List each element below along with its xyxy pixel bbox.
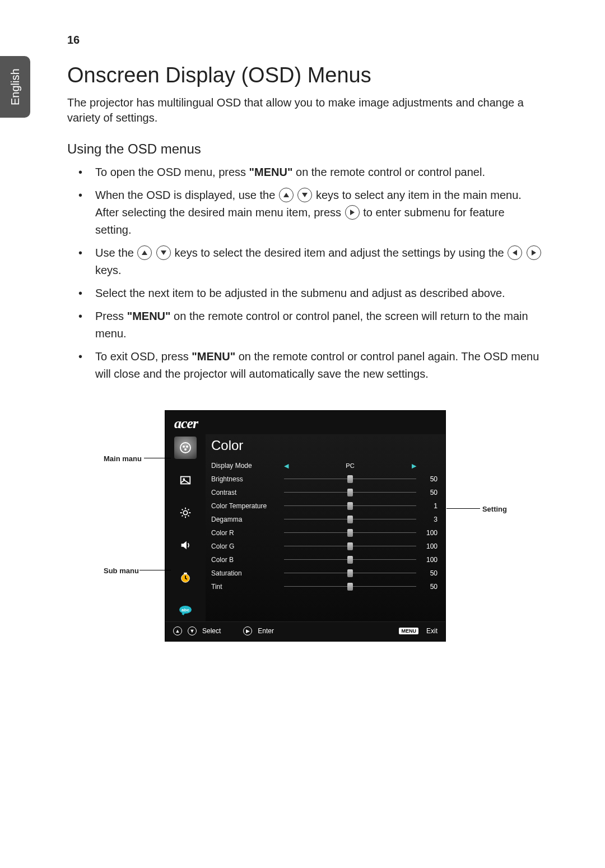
osd-slider[interactable] <box>284 477 416 481</box>
osd-setting-row[interactable]: Tint50 <box>211 580 438 593</box>
osd-setting-row[interactable]: Color Temperature1 <box>211 499 438 513</box>
osd-slider[interactable] <box>284 558 416 561</box>
osd-setting-label: Color G <box>211 542 284 550</box>
osd-figure: Main manu Sub manu Setting acer <box>67 411 543 641</box>
osd-setting-value: 50 <box>416 475 438 483</box>
osd-footer: ▲ ▼ Select ▶ Enter MENU Exit <box>165 621 445 641</box>
osd-title: Color <box>211 438 438 453</box>
osd-slider[interactable] <box>284 545 416 548</box>
osd-setting-value: 100 <box>416 542 438 550</box>
menu-image-icon[interactable] <box>174 469 197 491</box>
osd-setting-row[interactable]: Color R100 <box>211 526 438 540</box>
svg-point-2 <box>186 445 188 448</box>
menu-audio-icon[interactable] <box>174 534 197 556</box>
osd-setting-value: 1 <box>416 502 438 510</box>
svg-point-0 <box>180 443 190 453</box>
osd-setting-value: 3 <box>416 516 438 523</box>
osd-setting-label: Brightness <box>211 475 284 483</box>
osd-logo: acer <box>165 411 445 434</box>
svg-rect-8 <box>184 573 187 574</box>
up-down-icon: ▲ <box>173 626 182 635</box>
menu-color-icon[interactable] <box>174 437 197 459</box>
subheading: Using the OSD menus <box>67 141 543 157</box>
menu-management-icon[interactable] <box>174 502 197 524</box>
osd-setting-label: Degamma <box>211 516 284 523</box>
osd-select[interactable]: ◀PC▶ <box>284 462 416 470</box>
left-key-icon <box>508 245 522 260</box>
up-down-icon: ▼ <box>188 626 197 635</box>
page-number: 16 <box>67 34 543 47</box>
osd-slider[interactable] <box>284 572 416 575</box>
osd-setting-label: Saturation <box>211 569 284 577</box>
list-item: Use the keys to select the desired item … <box>78 244 543 279</box>
svg-point-1 <box>183 445 185 448</box>
list-item: To exit OSD, press "MENU" on the remote … <box>78 348 543 383</box>
list-item: When the OSD is displayed, use the keys … <box>78 187 543 239</box>
osd-setting-label: Contrast <box>211 489 284 496</box>
osd-setting-label: Color R <box>211 529 284 537</box>
down-key-icon <box>156 245 171 260</box>
osd-setting-row[interactable]: Contrast50 <box>211 486 438 499</box>
osd-setting-row[interactable]: Color B100 <box>211 553 438 567</box>
osd-main-menu: abc <box>165 434 206 621</box>
osd-setting-value: 50 <box>416 583 438 591</box>
svg-text:abc: abc <box>182 607 189 612</box>
instruction-list: To open the OSD menu, press "MENU" on th… <box>67 164 543 383</box>
osd-setting-label: Color B <box>211 556 284 564</box>
language-tab: English <box>0 56 30 118</box>
svg-point-6 <box>183 510 187 514</box>
osd-setting-row[interactable]: Color G100 <box>211 540 438 553</box>
osd-setting-value: 100 <box>416 556 438 564</box>
up-key-icon <box>279 188 294 202</box>
list-item: Press "MENU" on the remote control or co… <box>78 308 543 342</box>
menu-language-icon[interactable]: abc <box>174 599 197 621</box>
down-key-icon <box>297 188 312 202</box>
list-item: To open the OSD menu, press "MENU" on th… <box>78 164 543 181</box>
callout-setting: Setting <box>482 505 507 513</box>
osd-setting-label: Display Mode <box>211 462 284 470</box>
osd-setting-row[interactable]: Brightness50 <box>211 472 438 486</box>
osd-setting-value: 100 <box>416 529 438 537</box>
osd-setting-row[interactable]: Degamma3 <box>211 513 438 526</box>
right-key-icon <box>527 245 541 260</box>
osd-slider[interactable] <box>284 585 416 588</box>
footer-enter: Enter <box>258 627 274 635</box>
svg-point-3 <box>184 448 187 451</box>
osd-slider[interactable] <box>284 491 416 494</box>
osd-panel: acer <box>165 411 445 641</box>
list-item: Select the next item to be adjusted in t… <box>78 285 543 302</box>
osd-setting-value: 50 <box>416 489 438 496</box>
intro-text: The projector has multilingual OSD that … <box>67 95 543 126</box>
osd-setting-label: Tint <box>211 583 284 591</box>
osd-submenu: Color Display Mode◀PC▶Brightness50Contra… <box>206 434 445 621</box>
osd-slider[interactable] <box>284 531 416 535</box>
footer-select: Select <box>202 627 221 635</box>
callout-main-menu: Main manu <box>104 454 142 463</box>
osd-setting-row[interactable]: Saturation50 <box>211 567 438 580</box>
osd-setting-row[interactable]: Display Mode◀PC▶ <box>211 459 438 472</box>
menu-timer-icon[interactable] <box>174 567 197 589</box>
right-key-icon <box>345 205 360 220</box>
footer-exit: Exit <box>426 627 438 635</box>
osd-slider[interactable] <box>284 504 416 508</box>
menu-key-icon: MENU <box>399 628 418 634</box>
page-title: Onscreen Display (OSD) Menus <box>67 63 543 87</box>
right-icon: ▶ <box>243 626 252 635</box>
osd-slider[interactable] <box>284 518 416 521</box>
callout-sub-menu: Sub manu <box>104 567 139 575</box>
up-key-icon <box>137 245 152 260</box>
osd-setting-label: Color Temperature <box>211 502 284 510</box>
osd-setting-value: 50 <box>416 569 438 577</box>
